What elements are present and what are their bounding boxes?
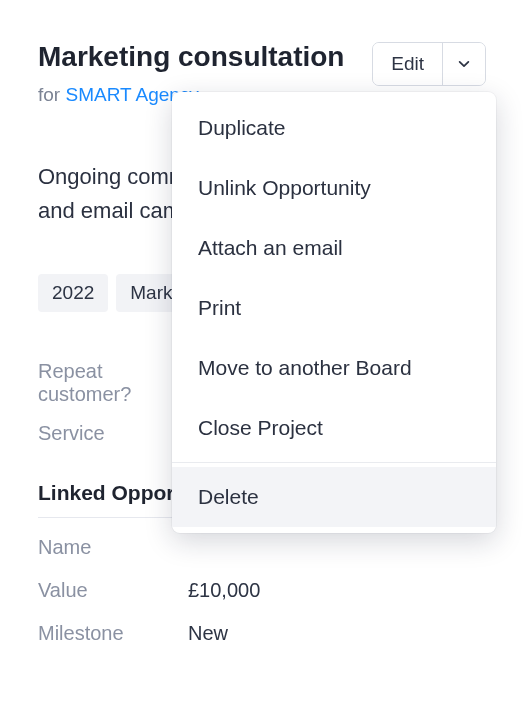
linked-row: Name [38, 536, 486, 559]
tag[interactable]: 2022 [38, 274, 108, 312]
menu-item-duplicate[interactable]: Duplicate [172, 98, 496, 158]
linked-row: Value £10,000 [38, 579, 486, 602]
edit-button[interactable]: Edit [373, 43, 442, 85]
linked-label-value: Value [38, 579, 188, 602]
menu-item-attach-email[interactable]: Attach an email [172, 218, 496, 278]
linked-label-milestone: Milestone [38, 622, 188, 645]
menu-item-print[interactable]: Print [172, 278, 496, 338]
linked-label-name: Name [38, 536, 188, 559]
field-label-service: Service [38, 422, 188, 445]
menu-item-delete[interactable]: Delete [172, 467, 496, 527]
menu-item-move-board[interactable]: Move to another Board [172, 338, 496, 398]
page-title: Marketing consultation [38, 40, 344, 74]
menu-item-unlink-opportunity[interactable]: Unlink Opportunity [172, 158, 496, 218]
for-label: for [38, 84, 65, 105]
chevron-down-icon [457, 57, 471, 71]
linked-row: Milestone New [38, 622, 486, 645]
actions-dropdown: Duplicate Unlink Opportunity Attach an e… [172, 92, 496, 533]
linked-value-milestone: New [188, 622, 228, 645]
field-label-repeat-customer: Repeat customer? [38, 360, 188, 406]
edit-button-group: Edit [372, 42, 486, 86]
menu-separator [172, 462, 496, 463]
menu-item-close-project[interactable]: Close Project [172, 398, 496, 458]
edit-dropdown-toggle[interactable] [442, 43, 485, 85]
linked-value-value: £10,000 [188, 579, 260, 602]
